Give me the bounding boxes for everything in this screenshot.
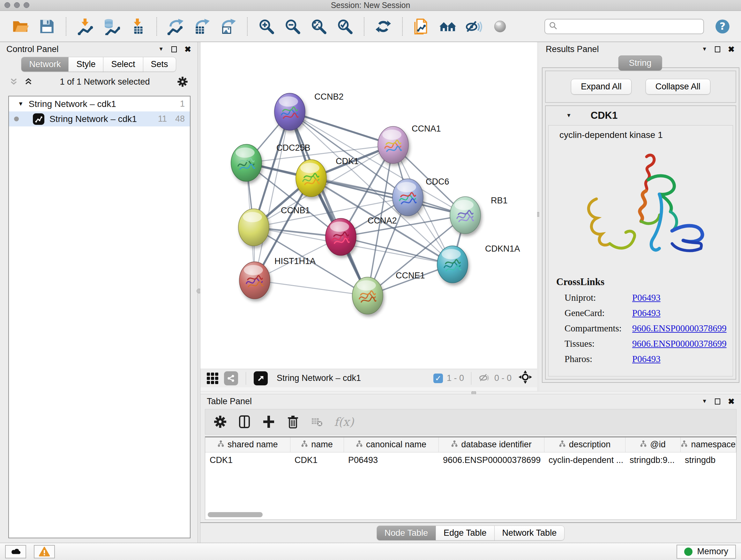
crosslink-link[interactable]: 9606.ENSP00000378699 [632, 323, 727, 334]
column-header-description[interactable]: description [544, 437, 625, 452]
network-node-RB1[interactable]: RB1 [450, 196, 508, 234]
table-cell[interactable]: stringdb [680, 452, 736, 468]
network-edge[interactable] [255, 280, 367, 296]
network-node-HIST1H1A[interactable]: HIST1H1A [239, 256, 316, 299]
column-header-namespace[interactable]: namespace [680, 437, 736, 452]
panel-float-icon[interactable] [172, 46, 177, 52]
panel-float-icon[interactable] [715, 398, 720, 405]
birdseye-navigator-icon[interactable] [519, 370, 532, 386]
table-settings-gear-icon[interactable] [213, 415, 227, 429]
network-node-CDK1[interactable]: CDK1 [296, 157, 359, 197]
delete-column-icon[interactable] [286, 415, 300, 429]
search-input[interactable] [560, 21, 699, 32]
houses-icon[interactable] [439, 17, 457, 36]
column-header-database-identifier[interactable]: database identifier [439, 437, 544, 452]
network-view-icon[interactable] [224, 371, 238, 385]
tab-sets[interactable]: Sets [143, 57, 176, 72]
network-edge[interactable] [341, 237, 453, 264]
export-image-icon[interactable] [219, 17, 237, 36]
scrollbar-thumb[interactable] [208, 512, 263, 517]
network-node-CCNB2[interactable]: CCNB2 [274, 92, 344, 130]
table-cell[interactable]: 9606.ENSP00000378699 [439, 452, 544, 468]
left-splitter[interactable] [198, 42, 200, 543]
show-columns-icon[interactable] [237, 415, 252, 429]
selected-checkbox-icon[interactable]: ✓ [433, 374, 443, 383]
tab-edge-table[interactable]: Edge Table [435, 525, 495, 541]
cloud-button[interactable] [5, 545, 26, 558]
help-icon[interactable]: ? [714, 17, 731, 36]
open-session-icon[interactable] [12, 17, 30, 36]
panel-menu-icon[interactable]: ▼ [702, 46, 707, 52]
crosslink-link[interactable]: P06493 [632, 293, 661, 303]
table-cell[interactable]: stringdb:9... [625, 452, 680, 468]
import-network-from-database-icon[interactable] [103, 17, 120, 36]
refresh-icon[interactable] [374, 17, 392, 36]
crosslink-link[interactable]: P06493 [632, 354, 661, 364]
grid-view-icon[interactable] [205, 371, 219, 385]
import-table-from-file-icon[interactable] [129, 17, 146, 36]
expand-all-networks-icon[interactable] [23, 77, 33, 86]
toolbar-search[interactable] [544, 19, 704, 34]
column-header-name[interactable]: name [290, 437, 344, 452]
panel-menu-icon[interactable]: ▼ [158, 46, 164, 52]
zoom-out-icon[interactable] [284, 17, 301, 36]
network-graph[interactable]: CCNB2CCNA1CDC25BCDK1CDC6RB1CCNB1CCNA2CDK… [200, 42, 537, 369]
network-canvas[interactable]: CCNB2CCNA1CDC25BCDK1CDC6RB1CCNB1CCNA2CDK… [200, 42, 537, 369]
panel-close-icon[interactable]: ✖ [185, 45, 191, 53]
zoom-in-icon[interactable] [258, 17, 275, 36]
column-header-canonical-name[interactable]: canonical name [344, 437, 439, 452]
gear-icon[interactable] [177, 76, 189, 88]
crosslink-link[interactable]: P06493 [632, 308, 661, 318]
table-cell[interactable]: P06493 [344, 452, 439, 468]
table-cell[interactable]: cyclin-dependent ... [544, 452, 625, 468]
add-column-icon[interactable] [261, 415, 276, 429]
detach-view-icon[interactable] [254, 371, 268, 385]
zoom-selected-icon[interactable] [336, 17, 354, 36]
tab-select[interactable]: Select [103, 57, 143, 72]
tab-network-table[interactable]: Network Table [494, 525, 565, 541]
bottom-splitter[interactable] [200, 391, 741, 394]
panel-close-icon[interactable]: ✖ [728, 45, 735, 53]
close-window-button[interactable] [4, 2, 10, 8]
network-node-CCNA1[interactable]: CCNA1 [378, 124, 441, 164]
panel-close-icon[interactable]: ✖ [728, 397, 735, 406]
tab-string[interactable]: String [618, 56, 662, 71]
table-cell[interactable]: CDK1 [290, 452, 344, 468]
save-session-icon[interactable] [38, 17, 56, 36]
column-header-shared-name[interactable]: shared name [205, 437, 290, 452]
crosslink-link[interactable]: 9606.ENSP00000378699 [632, 338, 727, 349]
hidden-eye-icon[interactable] [478, 371, 490, 385]
network-collection-row[interactable]: ▼ String Network – cdk1 1 [9, 97, 190, 111]
column-header-@id[interactable]: @id [625, 437, 680, 452]
zoom-fit-content-icon[interactable] [310, 17, 328, 36]
gene-section-header[interactable]: ▼ CDK1 [546, 106, 736, 125]
panel-float-icon[interactable] [715, 46, 720, 52]
gray-sphere-icon[interactable] [491, 17, 509, 36]
tab-network[interactable]: Network [21, 57, 69, 72]
export-network-icon[interactable] [167, 17, 185, 36]
table-horizontal-scrollbar[interactable] [208, 512, 734, 518]
panel-menu-icon[interactable]: ▼ [702, 398, 707, 405]
network-edge[interactable] [255, 112, 290, 280]
hide-eye-icon[interactable] [465, 17, 483, 36]
collapse-triangle-icon[interactable]: ▼ [18, 101, 23, 107]
memory-button[interactable]: Memory [677, 545, 736, 559]
table-row[interactable]: CDK1CDK1P064939606.ENSP00000378699cyclin… [205, 452, 736, 468]
network-node-CCNE1[interactable]: CCNE1 [352, 271, 425, 314]
collapse-all-button[interactable]: Collapse All [646, 79, 711, 95]
network-edge[interactable] [290, 112, 393, 145]
duplicate-network-icon[interactable] [413, 17, 430, 36]
tab-node-table[interactable]: Node Table [377, 525, 436, 541]
export-table-icon[interactable] [193, 17, 211, 36]
table-cell[interactable]: CDK1 [205, 452, 290, 468]
minimize-window-button[interactable] [14, 2, 20, 8]
maximize-window-button[interactable] [23, 2, 29, 8]
import-network-from-file-icon[interactable] [76, 17, 94, 36]
tab-style[interactable]: Style [68, 57, 104, 72]
warning-button[interactable] [34, 545, 55, 558]
collapse-triangle-icon[interactable]: ▼ [566, 112, 571, 119]
network-node-CDKN1A[interactable]: CDKN1A [437, 244, 520, 283]
expand-all-button[interactable]: Expand All [571, 79, 631, 95]
network-row[interactable]: String Network – cdk1 11 48 [9, 111, 190, 126]
collapse-all-networks-icon[interactable] [9, 77, 18, 86]
